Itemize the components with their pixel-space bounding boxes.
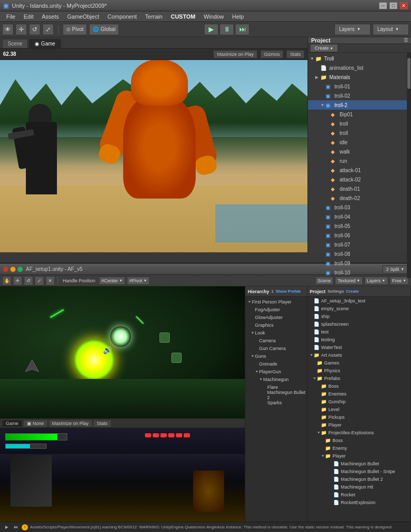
bottom-tb-hand[interactable]: ✋: [2, 276, 11, 285]
pb-rocket-explosion[interactable]: 📄 RocketExplosion: [307, 498, 410, 506]
bottom-tb-scale[interactable]: ⤢: [35, 276, 44, 285]
h-item-look[interactable]: ▼ Look: [245, 329, 307, 337]
h-item-machinegun[interactable]: ▼ Machinegun: [245, 375, 307, 383]
pb-player[interactable]: 📁 Player: [307, 421, 410, 429]
project-create-btn[interactable]: Create ▼: [310, 44, 338, 52]
menu-help[interactable]: Help: [228, 11, 248, 21]
tree-item-troll-06[interactable]: ▣ troll-06: [308, 231, 407, 240]
tree-item-troll-01[interactable]: ▣ troll-01: [308, 82, 407, 91]
stab-stats[interactable]: Stats: [93, 420, 111, 427]
tab-scene[interactable]: Scene: [2, 39, 28, 48]
pivot-button[interactable]: ⊙ Pivot: [63, 24, 87, 35]
tree-item-troll-10[interactable]: ▣ troll-10: [308, 268, 407, 277]
pb-test[interactable]: 📄 test: [307, 328, 410, 336]
tree-item-attack-01[interactable]: ◆ attack-01: [308, 165, 407, 175]
tree-item-troll-09[interactable]: ▣ troll-09: [308, 259, 407, 268]
pb-mg-hit[interactable]: 📄 Machinegun Hit: [307, 483, 410, 491]
project-scrollbar[interactable]: [407, 53, 411, 278]
bottom-tb-move[interactable]: ✛: [13, 276, 22, 285]
pb-level[interactable]: 📁 Level: [307, 405, 410, 413]
menu-custom[interactable]: CUSTOM: [167, 11, 199, 21]
pb-projectiles[interactable]: ▼ 📁 Projectiles-Explosions: [307, 429, 410, 436]
tree-item-bip01[interactable]: ◆ Bip01: [308, 110, 407, 119]
show-prefab-btn[interactable]: Show Prefab: [275, 289, 300, 294]
tree-item-attack-02[interactable]: ◆ attack-02: [308, 175, 407, 184]
maximize-button[interactable]: □: [389, 2, 398, 9]
play-button[interactable]: ▶: [204, 24, 218, 35]
rotate-tool-btn[interactable]: ↺: [29, 24, 40, 35]
bottom-max-btn[interactable]: [18, 267, 23, 272]
bottom-close-btn[interactable]: [3, 267, 8, 272]
layers-dropdown[interactable]: Layers ▼: [334, 24, 371, 35]
h-item-glowadjuster[interactable]: GlowAdjuster: [245, 313, 307, 321]
pb-splashscreen[interactable]: 📄 splashscreen: [307, 320, 410, 328]
bottom-min-btn[interactable]: [10, 267, 16, 272]
tree-item-troll-08[interactable]: ▣ troll-08: [308, 249, 407, 259]
tree-item-troll-mesh1[interactable]: ◆ troll: [308, 119, 407, 128]
tree-item-troll-07[interactable]: ▣ troll-07: [308, 240, 407, 249]
tree-item-troll-03[interactable]: ▣ troll-03: [308, 203, 407, 212]
pause-button[interactable]: ⏸: [219, 24, 234, 35]
minimize-button[interactable]: ─: [379, 2, 387, 9]
pb-ship[interactable]: 📄 ship: [307, 312, 410, 320]
scale-tool-btn[interactable]: ⤢: [42, 24, 54, 35]
menu-terrain[interactable]: Terrain: [141, 11, 167, 21]
pb-enemies[interactable]: 📁 Enemies: [307, 390, 410, 398]
project-bottom-create[interactable]: Create: [346, 289, 359, 294]
tree-item-run[interactable]: ◆ run: [308, 156, 407, 165]
menu-file[interactable]: File: [2, 11, 20, 21]
tree-item-troll-02[interactable]: ▣ troll-02: [308, 91, 407, 100]
menu-component[interactable]: Component: [103, 11, 141, 21]
pb-physics[interactable]: 📁 Physics: [307, 367, 410, 374]
pb-enemy-proj[interactable]: 📁 Enemy: [307, 444, 410, 452]
stab-maximize[interactable]: Maximize on Play: [49, 420, 93, 427]
pb-testing[interactable]: 📄 testing: [307, 336, 410, 343]
tree-item-death-02[interactable]: ◆ death-02: [308, 193, 407, 203]
close-button[interactable]: ✕: [400, 2, 408, 9]
pb-games[interactable]: 📁 Games: [307, 359, 410, 367]
tree-item-troll-04[interactable]: ▣ troll-04: [308, 212, 407, 221]
pb-mg-bullet[interactable]: 📄 Machinegun Bullet: [307, 460, 410, 467]
h-item-playergun[interactable]: ▼ PlayerGun: [245, 368, 307, 375]
h-item-machinegun-bullet-2[interactable]: Machinegun Bullet 2: [245, 391, 307, 399]
tree-item-troll-2[interactable]: ▼ ▣ troll-2: [308, 100, 407, 110]
stab-none[interactable]: ▣ None: [23, 420, 48, 427]
bottom-tb-rotate[interactable]: ↺: [24, 276, 33, 285]
project-panel-menu[interactable]: ☰: [404, 38, 408, 43]
stab-game[interactable]: Game: [2, 420, 22, 427]
tree-item-death-01[interactable]: ◆ death-01: [308, 184, 407, 193]
layout-dropdown[interactable]: Layout ▼: [373, 24, 409, 35]
tree-item-animations-list[interactable]: 📄 animations_list: [308, 63, 407, 72]
maximize-on-play-btn[interactable]: Maximize on Play: [213, 50, 257, 58]
move-tool-btn[interactable]: ✛: [16, 24, 27, 35]
gizmos-btn[interactable]: Gizmos: [260, 50, 284, 58]
bottom-tb-close[interactable]: ✕: [46, 276, 55, 285]
menu-window[interactable]: Window: [199, 11, 228, 21]
pivot-dropdown[interactable]: #Pivot ▼: [127, 277, 150, 285]
pb-boss[interactable]: 📁 Boss: [307, 382, 410, 390]
menu-gameobject[interactable]: GameObject: [63, 11, 104, 21]
menu-edit[interactable]: Edit: [20, 11, 38, 21]
stats-btn[interactable]: Stats: [286, 50, 304, 58]
tab-game[interactable]: ◉ Game: [29, 39, 61, 48]
h-item-fogadjuster[interactable]: FogAdjuster: [245, 306, 307, 313]
step-button[interactable]: ⏭: [235, 24, 249, 35]
pb-rocket[interactable]: 📄 Rocket: [307, 491, 410, 498]
h-item-gun-camera[interactable]: Gun Camera: [245, 344, 307, 352]
global-button[interactable]: 🌐 Global: [89, 24, 119, 35]
pb-gunship[interactable]: 📁 Gunship: [307, 398, 410, 405]
pb-prefabs[interactable]: ▼ 📁 Prefabs: [307, 374, 410, 382]
status-step-btn[interactable]: ⏭: [12, 524, 20, 531]
view-toggle-btn[interactable]: 👁: [2, 24, 13, 35]
h-item-graphics[interactable]: Graphics: [245, 321, 307, 329]
status-play-btn[interactable]: ▶: [3, 524, 10, 531]
tree-item-troll-05[interactable]: ▣ troll-05: [308, 221, 407, 231]
tree-item-walk[interactable]: ◆ walk: [308, 147, 407, 156]
center-dropdown[interactable]: #Center ▼: [99, 277, 125, 285]
tree-item-troll-mesh2[interactable]: ◆ troll: [308, 128, 407, 138]
h-item-grenade[interactable]: Grenade: [245, 360, 307, 368]
h-item-camera[interactable]: Camera: [245, 337, 307, 344]
pb-mg-bullet-2[interactable]: 📄 Machinegun Bullet 2: [307, 475, 410, 483]
tree-item-materials[interactable]: ▶ 📁 Materials: [308, 72, 407, 82]
pb-watertest[interactable]: 📄 WaterTest: [307, 343, 410, 351]
